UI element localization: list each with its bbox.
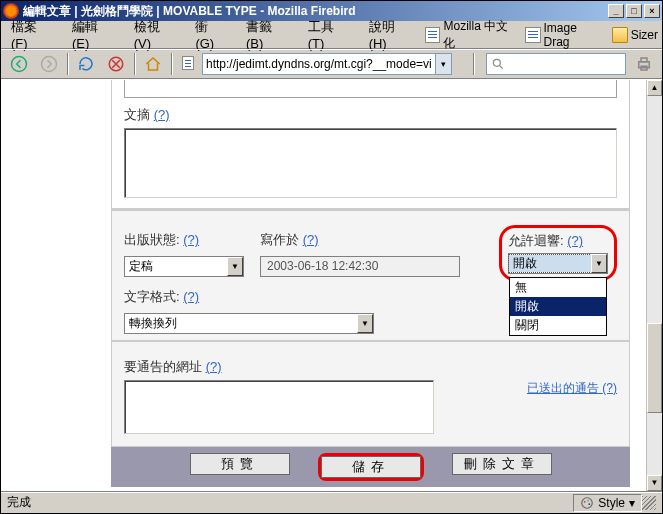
delete-button[interactable]: 刪除文章 (452, 453, 552, 475)
scroll-up-button[interactable]: ▲ (647, 80, 662, 96)
pub-status-select[interactable]: 定稿 ▼ (124, 256, 244, 277)
scroll-thumb[interactable] (647, 323, 662, 413)
excerpt-label: 文摘 (?) (124, 106, 617, 124)
maximize-button[interactable]: □ (626, 4, 642, 18)
menu-bookmarks[interactable]: 書籤(B) (240, 16, 294, 53)
chevron-down-icon: ▼ (227, 257, 243, 276)
highlight-allow-comments: 允許迴響: (?) 開啟 ▼ 無 開啟 關閉 (499, 225, 617, 281)
svg-point-0 (12, 56, 27, 71)
customize-template-link-row: 自訂本頁面的顯示樣版 » (111, 487, 630, 491)
status-text: 完成 (7, 494, 573, 511)
help-link[interactable]: (?) (303, 232, 319, 247)
stop-button[interactable] (104, 52, 128, 76)
option-closed[interactable]: 關閉 (510, 316, 606, 335)
url-input[interactable] (203, 54, 435, 74)
svg-point-10 (589, 503, 591, 505)
allow-comments-label: 允許迴響: (?) (508, 232, 608, 250)
help-link[interactable]: (?) (154, 107, 170, 122)
bookmark-imagedrag[interactable]: Image Drag (525, 21, 604, 49)
home-button[interactable] (141, 52, 165, 76)
help-link[interactable]: (?) (183, 289, 199, 304)
search-input[interactable] (505, 56, 625, 71)
written-date: 2003-06-18 12:42:30 (260, 256, 460, 277)
bookmark-mozilla[interactable]: Mozilla 中文化 (425, 18, 517, 52)
menu-bar: 檔案(F) 編輯(E) 檢視(V) 衝(G) 書籤(B) 工具(T) 說明(H)… (1, 21, 662, 49)
folder-icon (612, 27, 628, 43)
action-bar: 預覽 儲存 刪除文章 (111, 447, 630, 487)
menu-go[interactable]: 衝(G) (189, 16, 232, 53)
option-none[interactable]: 無 (510, 278, 606, 297)
status-tray[interactable]: Style ▾ (573, 494, 642, 512)
svg-point-7 (582, 497, 593, 508)
pub-status-label: 出版狀態: (?) (124, 231, 244, 249)
menu-file[interactable]: 檔案(F) (5, 16, 58, 53)
bookmark-sizer[interactable]: Sizer (612, 27, 658, 43)
ping-urls-label: 要通告的網址 (?) (124, 358, 447, 376)
svg-point-9 (588, 499, 590, 501)
minimize-button[interactable]: _ (608, 4, 624, 18)
ping-urls-textarea[interactable] (124, 380, 434, 434)
toolbar: ▾ (1, 49, 662, 79)
page-icon (425, 27, 440, 43)
text-format-label: 文字格式: (?) (124, 288, 244, 306)
written-label: 寫作於 (?) (260, 231, 460, 249)
help-link[interactable]: (?) (183, 232, 199, 247)
vertical-scrollbar[interactable]: ▲ ▼ (646, 80, 662, 491)
svg-point-8 (584, 500, 586, 502)
scroll-down-button[interactable]: ▼ (647, 475, 662, 491)
help-link[interactable]: (?) (206, 359, 222, 374)
page-icon (182, 56, 198, 72)
status-bar: 完成 Style ▾ (1, 491, 662, 513)
page-icon (525, 27, 540, 43)
print-button[interactable] (632, 52, 656, 76)
menu-help[interactable]: 說明(H) (363, 16, 417, 53)
highlight-save: 儲存 (318, 453, 424, 481)
close-button[interactable]: × (644, 4, 660, 18)
resize-grip[interactable] (642, 496, 656, 510)
address-bar[interactable]: ▾ (202, 53, 452, 75)
sent-pings-link[interactable]: 已送出的通告 (?) (527, 381, 617, 395)
scroll-track[interactable] (647, 96, 662, 475)
svg-point-1 (42, 56, 57, 71)
allow-comments-options: 無 開啟 關閉 (509, 277, 607, 336)
content-area: 文摘 (?) 出版狀態: (?) 定稿 ▼ 文字格式: (?) 轉換換列 ▼ (1, 79, 662, 491)
back-button[interactable] (7, 52, 31, 76)
search-box[interactable] (486, 53, 626, 75)
body-textarea-bottom[interactable] (124, 80, 617, 98)
palette-icon (580, 496, 594, 510)
save-button[interactable]: 儲存 (321, 456, 421, 478)
menu-view[interactable]: 檢視(V) (128, 16, 182, 53)
chevron-down-icon: ▼ (591, 254, 607, 273)
menu-edit[interactable]: 編輯(E) (66, 16, 120, 53)
reload-button[interactable] (74, 52, 98, 76)
preview-button[interactable]: 預覽 (190, 453, 290, 475)
allow-comments-select[interactable]: 開啟 ▼ 無 開啟 關閉 (508, 253, 608, 274)
search-icon (491, 57, 505, 71)
svg-rect-5 (641, 58, 647, 62)
menu-tools[interactable]: 工具(T) (302, 16, 355, 53)
help-link[interactable]: (?) (567, 233, 583, 248)
svg-point-3 (493, 59, 500, 66)
url-dropdown-button[interactable]: ▾ (435, 54, 451, 74)
excerpt-textarea[interactable] (124, 128, 617, 198)
forward-button[interactable] (37, 52, 61, 76)
option-open[interactable]: 開啟 (510, 297, 606, 316)
